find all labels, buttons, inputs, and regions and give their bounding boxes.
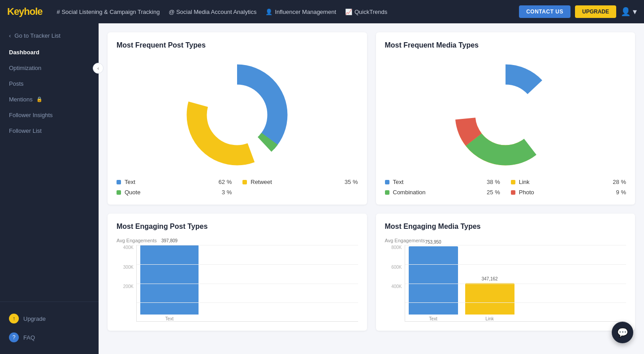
sidebar-item-follower-list[interactable]: Follower List (0, 123, 99, 139)
svg-point-3 (208, 86, 266, 144)
sidebar-bottom: ↑ Upgrade ? FAQ (0, 302, 99, 354)
retweet-color-swatch (242, 180, 247, 184)
text-color-swatch (117, 180, 121, 184)
upgrade-icon: ↑ (9, 314, 19, 323)
chat-bubble[interactable]: 💬 (612, 322, 633, 343)
media-gridline-1 (405, 264, 627, 265)
sidebar-upgrade[interactable]: ↑ Upgrade (0, 309, 99, 328)
bar-rect-text (140, 245, 199, 315)
media-y-axis-labels: 800K 600K 400K (385, 245, 405, 313)
media-types-legend: Text 38 % Link 28 % Combination 25 % (385, 179, 627, 196)
media-combo-swatch (385, 190, 389, 195)
engaging-media-title: Most Engaging Media Types (385, 223, 627, 231)
lock-icon: 🔒 (36, 96, 43, 102)
media-x-axis (405, 321, 627, 322)
post-types-donut-container: Text 62 % Retweet 35 % Quote 3 % (117, 57, 358, 196)
sidebar-item-follower-insights[interactable]: Follower Insights (0, 107, 99, 123)
legend-text: Text 62 % (117, 179, 232, 185)
sidebar: ‹ Go to Tracker List Dashboard Optimizat… (0, 23, 99, 354)
media-types-card: Most Frequent Media Types (376, 32, 635, 205)
sidebar-faq[interactable]: ? FAQ (0, 328, 99, 347)
media-types-title: Most Frequent Media Types (385, 41, 627, 49)
media-link-swatch (511, 180, 515, 184)
quote-color-swatch (117, 190, 121, 195)
svg-point-8 (476, 86, 535, 144)
sidebar-item-dashboard[interactable]: Dashboard (0, 44, 99, 60)
faq-icon: ? (9, 332, 19, 342)
legend-media-text: Text 38 % (385, 179, 500, 185)
legend-media-photo: Photo 9 % (511, 189, 626, 196)
nav-right: CONTACT US UPGRADE 👤 ▾ (519, 5, 637, 18)
logo[interactable]: Keyhole (7, 6, 43, 17)
upgrade-button[interactable]: UPGRADE (575, 5, 616, 18)
contact-button[interactable]: CONTACT US (519, 5, 571, 18)
nav-links: # Social Listening & Campaign Tracking @… (57, 9, 519, 15)
y-axis-labels: 400K 300K 200K (117, 245, 136, 313)
media-bar-x-label-link: Link (485, 316, 493, 321)
chat-icon: 💬 (617, 327, 628, 338)
post-types-title: Most Frequent Post Types (117, 41, 358, 49)
bar-area: 397,809 Text (136, 245, 358, 322)
media-types-donut-container: Text 38 % Link 28 % Combination 25 % (385, 57, 627, 196)
legend-media-link: Link 28 % (511, 179, 626, 185)
media-photo-swatch (511, 190, 515, 195)
legend-media-combination: Combination 25 % (385, 189, 500, 196)
user-menu-icon[interactable]: 👤 ▾ (621, 7, 637, 17)
media-gridline-top (405, 245, 627, 245)
media-bar-rect-text (409, 246, 458, 315)
topnav: Keyhole # Social Listening & Campaign Tr… (0, 0, 644, 23)
post-types-card: Most Frequent Post Types (108, 32, 367, 205)
main-layout: ‹ Go to Tracker List Dashboard Optimizat… (0, 23, 644, 354)
main-content: Most Frequent Post Types (99, 23, 644, 354)
bar-group-text: 397,809 Text (140, 238, 199, 321)
engaging-media-bar-chart: Avg Engagements 800K 600K 400K (385, 238, 627, 322)
sidebar-back[interactable]: ‹ Go to Tracker List (0, 27, 99, 44)
media-bar-value-text: 753,950 (425, 240, 441, 245)
gridline-3 (137, 302, 358, 303)
sidebar-item-posts[interactable]: Posts (0, 76, 99, 92)
engaging-post-types-card: Most Engaging Post Types Avg Engagements… (108, 214, 367, 331)
engaging-media-types-card: Most Engaging Media Types Avg Engagement… (376, 214, 635, 331)
media-gridline-3 (405, 302, 627, 303)
media-bar-area: 753,950 Text 347,162 Link (405, 245, 627, 322)
engaging-post-title: Most Engaging Post Types (117, 223, 358, 231)
bar-value-text: 397,809 (161, 238, 177, 243)
charts-grid: Most Frequent Post Types (108, 32, 635, 331)
post-types-legend: Text 62 % Retweet 35 % Quote 3 % (117, 179, 358, 196)
gridline-top (137, 245, 358, 245)
nav-influencer[interactable]: 👤 Influencer Management (265, 9, 336, 15)
sidebar-item-optimization[interactable]: Optimization (0, 60, 99, 76)
media-text-swatch (385, 180, 389, 184)
sidebar-item-mentions[interactable]: Mentions 🔒 (0, 92, 99, 107)
nav-social-media[interactable]: @ Social Media Account Analytics (169, 9, 256, 15)
media-bar-rect-link (465, 283, 514, 315)
media-gridline-2 (405, 284, 627, 284)
bar-x-label-text: Text (165, 316, 173, 321)
gridline-1 (137, 264, 358, 265)
sidebar-collapse-button[interactable]: ‹ (93, 63, 104, 74)
engaging-post-bar-chart: Avg Engagements 400K 300K 200K (117, 238, 358, 322)
nav-social-listening[interactable]: # Social Listening & Campaign Tracking (57, 9, 160, 15)
legend-quote: Quote 3 % (117, 189, 232, 196)
back-chevron-icon: ‹ (9, 32, 11, 39)
x-axis (137, 321, 358, 322)
post-types-donut-svg (179, 57, 295, 173)
media-bar-group-text: 753,950 Text (409, 240, 458, 321)
legend-retweet: Retweet 35 % (242, 179, 358, 185)
media-bar-x-label-text: Text (429, 316, 437, 321)
nav-quicktrends[interactable]: 📈 QuickTrends (345, 9, 387, 15)
media-bar-value-link: 347,162 (481, 276, 497, 281)
sidebar-nav: Dashboard Optimization Posts Mentions 🔒 … (0, 44, 99, 302)
gridline-2 (137, 284, 358, 284)
media-types-donut-svg (447, 57, 564, 173)
